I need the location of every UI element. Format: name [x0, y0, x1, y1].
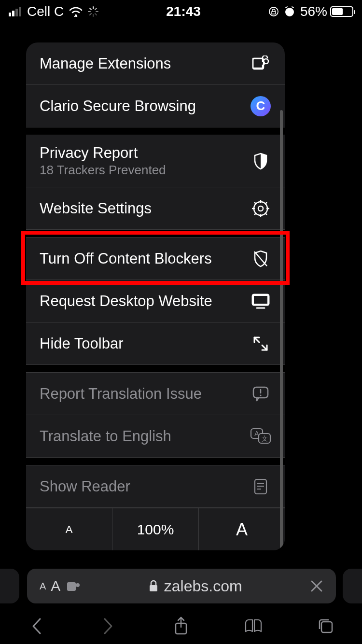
zoom-row: A 100% A: [26, 508, 285, 550]
expand-icon: [250, 333, 271, 354]
menu-clario[interactable]: Clario Secure Browsing C: [26, 85, 285, 127]
status-right: 56%: [268, 4, 353, 19]
gear-icon: [250, 198, 271, 219]
menu-request-desktop[interactable]: Request Desktop Website: [26, 280, 285, 322]
clario-label: Clario Secure Browsing: [40, 98, 196, 115]
next-tab-peek[interactable]: [343, 569, 362, 603]
svg-line-15: [286, 7, 287, 8]
text-size-small: A: [40, 581, 46, 592]
svg-line-28: [265, 202, 267, 204]
forward-button[interactable]: [98, 616, 119, 637]
svg-point-14: [286, 8, 293, 16]
svg-point-20: [258, 206, 263, 211]
svg-rect-3: [19, 7, 21, 16]
bottom-toolbar: [0, 608, 362, 644]
reader-icon: [250, 476, 271, 497]
share-button[interactable]: [170, 616, 192, 637]
tabs-button[interactable]: [315, 616, 336, 637]
menu-content-blockers[interactable]: Turn Off Content Blockers: [26, 238, 285, 280]
svg-rect-47: [67, 582, 76, 591]
battery-pct: 56%: [300, 4, 327, 19]
extensions-puzzle-icon[interactable]: [66, 579, 81, 593]
menu-show-reader[interactable]: Show Reader: [26, 465, 285, 508]
report-bubble-icon: [250, 383, 271, 405]
signal-icon: [9, 7, 22, 16]
menu-privacy-report[interactable]: Privacy Report 18 Trackers Prevented: [26, 135, 285, 187]
svg-rect-32: [254, 296, 267, 304]
stop-reload-icon[interactable]: [310, 579, 323, 593]
svg-point-4: [75, 14, 77, 16]
svg-line-10: [95, 14, 97, 15]
svg-rect-49: [150, 585, 157, 591]
lock-icon: [149, 580, 158, 592]
desktop-icon: [250, 291, 271, 312]
menu-report-translation[interactable]: Report Translation Issue: [26, 373, 285, 415]
svg-line-11: [90, 14, 91, 15]
content-blockers-label: Turn Off Content Blockers: [40, 250, 212, 267]
zoom-in-button[interactable]: A: [199, 508, 285, 550]
shield-off-icon: [250, 248, 271, 269]
svg-rect-1: [12, 11, 14, 16]
menu-website-settings[interactable]: Website Settings: [26, 187, 285, 230]
privacy-report-label: Privacy Report: [40, 144, 166, 162]
battery-icon: [330, 6, 353, 17]
zoom-out-button[interactable]: A: [26, 508, 112, 550]
zoom-level-label[interactable]: 100%: [112, 508, 199, 550]
puzzle-icon: [250, 53, 271, 74]
svg-line-9: [90, 8, 91, 10]
wifi-icon: [69, 6, 83, 17]
url-bar[interactable]: AA zalebs.com: [27, 569, 336, 603]
loading-icon: [88, 6, 98, 17]
menu-hide-toolbar[interactable]: Hide Toolbar: [26, 322, 285, 365]
svg-line-27: [254, 213, 256, 215]
orientation-lock-icon: [268, 6, 279, 17]
domain-label: zalebs.com: [164, 577, 242, 595]
svg-text:文: 文: [262, 435, 268, 442]
menu-manage-extensions[interactable]: Manage Extensions: [26, 42, 285, 85]
status-bar: Cell C 21:43 56%: [0, 0, 362, 21]
text-size-large: A: [51, 578, 60, 594]
translate-icon: A文: [250, 426, 271, 447]
clario-icon: C: [250, 96, 271, 117]
menu-translate[interactable]: Translate to English A文: [26, 415, 285, 458]
svg-line-26: [265, 213, 267, 215]
manage-extensions-label: Manage Extensions: [40, 55, 171, 72]
status-left: Cell C: [9, 4, 98, 19]
scrollbar[interactable]: [280, 110, 283, 550]
aa-menu-popup: Manage Extensions Clario Secure Browsing…: [26, 42, 285, 550]
prev-tab-peek[interactable]: [0, 569, 19, 603]
bookmarks-button[interactable]: [243, 616, 264, 637]
alarm-icon: [284, 6, 295, 17]
report-translation-label: Report Translation Issue: [40, 385, 202, 403]
request-desktop-label: Request Desktop Website: [40, 293, 212, 310]
svg-point-48: [76, 583, 80, 587]
svg-rect-0: [9, 13, 11, 16]
svg-point-38: [260, 394, 261, 396]
back-button[interactable]: [26, 616, 47, 637]
privacy-report-sublabel: 18 Trackers Prevented: [40, 163, 166, 178]
svg-point-18: [264, 59, 268, 64]
hide-toolbar-label: Hide Toolbar: [40, 335, 123, 352]
shield-icon: [250, 151, 271, 172]
svg-line-25: [254, 202, 256, 204]
svg-rect-2: [15, 9, 18, 16]
status-time: 21:43: [166, 4, 201, 19]
translate-label: Translate to English: [40, 428, 171, 445]
svg-line-16: [292, 7, 293, 8]
svg-line-12: [95, 8, 97, 10]
carrier-label: Cell C: [27, 4, 64, 19]
show-reader-label: Show Reader: [40, 478, 130, 495]
svg-rect-17: [253, 58, 264, 69]
website-settings-label: Website Settings: [40, 200, 152, 217]
svg-rect-54: [321, 622, 332, 632]
